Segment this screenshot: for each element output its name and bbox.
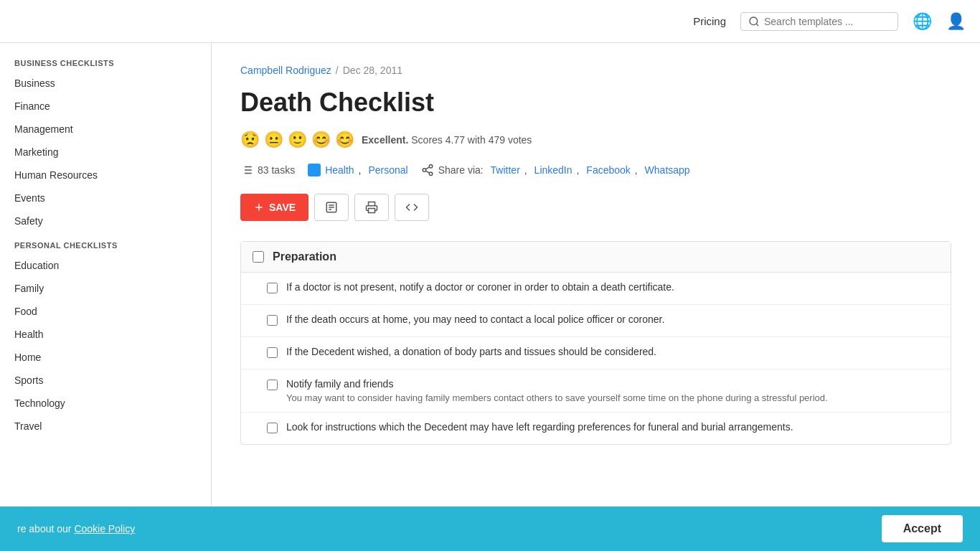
- breadcrumb-author[interactable]: Campbell Rodriguez: [240, 65, 331, 76]
- account-icon[interactable]: 👤: [946, 12, 966, 31]
- tag-personal[interactable]: Personal: [368, 164, 407, 176]
- code-icon: [405, 201, 418, 214]
- cookie-bar: re about our Cookie Policy Accept: [0, 507, 980, 551]
- item-title-5: Look for instructions which the Decedent…: [286, 421, 793, 433]
- section-title: Preparation: [273, 250, 336, 263]
- item-desc-4: You may want to consider having family m…: [286, 392, 828, 403]
- item-title-1: If a doctor is not present, notify a doc…: [286, 281, 674, 293]
- print-icon: [365, 201, 378, 214]
- sidebar-item-marketing[interactable]: Marketing: [0, 141, 211, 164]
- breadcrumb-date: Dec 28, 2011: [343, 65, 402, 76]
- breadcrumb-separator: /: [336, 65, 339, 76]
- cookie-accept-button[interactable]: Accept: [882, 515, 963, 542]
- sidebar-item-technology[interactable]: Technology: [0, 392, 211, 415]
- cookie-policy-link[interactable]: Cookie Policy: [74, 523, 135, 534]
- globe-icon[interactable]: 🌐: [913, 12, 932, 31]
- checklist-item: If the Decedent wished, a donation of bo…: [241, 337, 951, 369]
- sidebar-item-safety[interactable]: Safety: [0, 209, 211, 232]
- pdf-button[interactable]: [314, 194, 349, 221]
- page-title: Death Checklist: [240, 88, 951, 118]
- checklist-item: Notify family and friends You may want t…: [241, 369, 951, 413]
- search-icon: [748, 16, 760, 27]
- pricing-link[interactable]: Pricing: [693, 15, 726, 27]
- svg-line-12: [425, 167, 429, 169]
- checklist-section: Preparation If a doctor is not present, …: [240, 241, 951, 445]
- svg-point-10: [429, 172, 433, 176]
- sidebar-item-travel[interactable]: Travel: [0, 415, 211, 438]
- personal-section-title: PERSONAL CHECKLISTS: [0, 232, 211, 254]
- sidebar-item-health[interactable]: Health: [0, 323, 211, 346]
- item-checkbox-2[interactable]: [267, 315, 278, 326]
- sidebar: BUSINESS CHECKLISTS Business Finance Man…: [0, 43, 212, 551]
- save-button[interactable]: SAVE: [240, 194, 308, 221]
- emoji-4: 😊: [311, 131, 331, 149]
- list-icon: [240, 164, 253, 176]
- embed-button[interactable]: [395, 194, 429, 221]
- share-label: Share via:: [438, 164, 486, 176]
- checklist-item: If the death occurs at home, you may nee…: [241, 305, 951, 337]
- header: Pricing 🌐 👤: [0, 0, 980, 43]
- share-facebook[interactable]: Facebook: [586, 164, 630, 176]
- item-checkbox-1[interactable]: [267, 283, 278, 293]
- share-linkedin[interactable]: LinkedIn: [534, 164, 573, 176]
- sidebar-item-events[interactable]: Events: [0, 187, 211, 209]
- sidebar-item-finance[interactable]: Finance: [0, 95, 211, 118]
- main-content: Campbell Rodriguez / Dec 28, 2011 Death …: [212, 43, 980, 551]
- svg-rect-19: [369, 209, 375, 213]
- checklist-item: Look for instructions which the Decedent…: [241, 413, 951, 444]
- pdf-icon: [325, 201, 338, 214]
- checklist-section-header: Preparation: [241, 242, 951, 273]
- svg-point-9: [423, 169, 426, 172]
- action-buttons: SAVE: [240, 194, 951, 221]
- print-button[interactable]: [354, 194, 389, 221]
- item-title-4: Notify family and friends: [286, 378, 828, 390]
- tags-section: Health, Personal: [308, 164, 408, 176]
- rating-label: Excellent. Scores 4.77 with 479 votes: [362, 134, 532, 146]
- svg-line-1: [756, 24, 758, 26]
- sidebar-item-sports[interactable]: Sports: [0, 369, 211, 392]
- meta-row: 83 tasks Health, Personal Share via: Twi…: [240, 164, 951, 176]
- tasks-count: 83 tasks: [240, 164, 295, 176]
- search-box[interactable]: [740, 12, 898, 31]
- checklist-item: If a doctor is not present, notify a doc…: [241, 273, 951, 305]
- svg-point-0: [750, 17, 758, 25]
- tag-color-dot: [308, 164, 321, 176]
- section-checkbox[interactable]: [253, 251, 264, 263]
- item-title-2: If the death occurs at home, you may nee…: [286, 314, 664, 325]
- business-section-title: BUSINESS CHECKLISTS: [0, 50, 211, 72]
- emoji-5: 😊: [335, 131, 354, 149]
- search-input[interactable]: [764, 16, 890, 27]
- emoji-2: 😐: [264, 131, 283, 149]
- item-checkbox-5[interactable]: [267, 423, 278, 433]
- item-checkbox-3[interactable]: [267, 347, 278, 358]
- layout: BUSINESS CHECKLISTS Business Finance Man…: [0, 43, 980, 551]
- sidebar-item-food[interactable]: Food: [0, 300, 211, 323]
- share-section: Share via: Twitter, LinkedIn, Facebook, …: [421, 164, 690, 176]
- sidebar-item-education[interactable]: Education: [0, 254, 211, 277]
- share-twitter[interactable]: Twitter: [491, 164, 520, 176]
- rating-row: 😟 😐 🙂 😊 😊 Excellent. Scores 4.77 with 47…: [240, 131, 951, 149]
- emoji-3: 🙂: [288, 131, 307, 149]
- tag-health[interactable]: Health: [325, 164, 354, 176]
- item-title-3: If the Decedent wished, a donation of bo…: [286, 346, 656, 357]
- svg-point-8: [429, 165, 433, 169]
- emoji-1: 😟: [240, 131, 260, 149]
- breadcrumb: Campbell Rodriguez / Dec 28, 2011: [240, 65, 951, 76]
- share-whatsapp[interactable]: Whatsapp: [645, 164, 690, 176]
- sidebar-item-human-resources[interactable]: Human Resources: [0, 164, 211, 187]
- sidebar-item-family[interactable]: Family: [0, 277, 211, 300]
- sidebar-item-business[interactable]: Business: [0, 72, 211, 95]
- cookie-text: re about our Cookie Policy: [17, 523, 135, 534]
- share-icon: [421, 164, 434, 176]
- svg-line-11: [425, 171, 429, 173]
- sidebar-item-home[interactable]: Home: [0, 346, 211, 369]
- tasks-count-label: 83 tasks: [258, 164, 295, 176]
- item-checkbox-4[interactable]: [267, 380, 278, 390]
- sidebar-item-management[interactable]: Management: [0, 118, 211, 141]
- save-plus-icon: [253, 202, 265, 213]
